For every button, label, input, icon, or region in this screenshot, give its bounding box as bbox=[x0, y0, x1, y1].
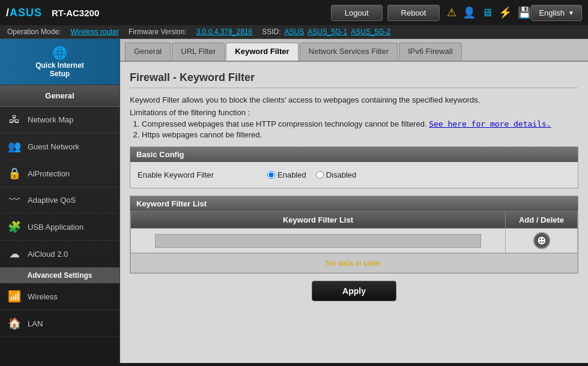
sidebar-item-label: AiProtection bbox=[28, 169, 70, 178]
content-area: General URL Filter Keyword Filter Networ… bbox=[120, 39, 588, 363]
page-title: Firewall - Keyword Filter bbox=[130, 71, 578, 88]
sidebar-item-quick-setup[interactable]: 🌐 Quick InternetSetup bbox=[0, 39, 120, 85]
enable-label: Enable Keyword Filter bbox=[138, 170, 258, 179]
col-keyword-list: Keyword Filter List bbox=[131, 212, 506, 229]
model-name: RT-AC3200 bbox=[52, 8, 99, 18]
adaptive-qos-icon: 〰 bbox=[7, 194, 22, 206]
lan-icon: 🏠 bbox=[7, 317, 22, 330]
firmware-label: Firmware Version: bbox=[129, 28, 187, 36]
ssid3-link[interactable]: ASUS_5G-2 bbox=[351, 28, 390, 36]
keyword-input-cell bbox=[131, 229, 506, 253]
notification-icon[interactable]: ⚠ bbox=[447, 6, 456, 19]
network-map-icon: 🖧 bbox=[7, 113, 22, 126]
language-selector[interactable]: English ▼ bbox=[531, 5, 582, 21]
guest-network-icon: 👥 bbox=[7, 140, 22, 153]
limitations-list: Compressed webpages that use HTTP compre… bbox=[142, 119, 578, 139]
top-icons: ⚠ 👤 🖥 ⚡ 💾 bbox=[447, 6, 531, 19]
ssid-label: SSID: bbox=[262, 28, 280, 36]
description-text: Keyword Filter allows you to block the c… bbox=[130, 95, 578, 104]
apply-section: Apply bbox=[130, 281, 578, 301]
sidebar-item-network-map[interactable]: 🖧 Network Map bbox=[0, 107, 120, 133]
basic-config-header: Basic Config bbox=[130, 147, 578, 162]
enabled-label: Enabled bbox=[277, 170, 306, 179]
basic-config-body: Enable Keyword Filter Enabled Disabled bbox=[130, 162, 578, 188]
sidebar-general-header: General bbox=[0, 85, 120, 107]
aicloud-icon: ☁ bbox=[7, 247, 22, 260]
quick-setup-icon: 🌐 bbox=[52, 46, 67, 60]
sidebar-item-label: Guest Network bbox=[28, 142, 79, 151]
apply-button[interactable]: Apply bbox=[312, 281, 396, 301]
advanced-settings-header: Advanced Settings bbox=[0, 268, 120, 283]
top-bar: /ASUS RT-AC3200 Logout Reboot ⚠ 👤 🖥 ⚡ 💾 … bbox=[0, 0, 588, 25]
disabled-radio-input[interactable] bbox=[316, 171, 324, 179]
keyword-filter-table: Keyword Filter List Add / Delete ⊕ bbox=[130, 211, 578, 253]
operation-mode-label: Operation Mode: bbox=[7, 28, 61, 36]
quick-setup-label: Quick InternetSetup bbox=[35, 61, 84, 78]
enable-keyword-filter-row: Enable Keyword Filter Enabled Disabled bbox=[138, 168, 571, 182]
info-bar: Operation Mode: Wireless router Firmware… bbox=[0, 25, 588, 39]
limitations-header: Limitations of the filtering function : bbox=[130, 108, 578, 117]
tab-url-filter[interactable]: URL Filter bbox=[172, 43, 225, 61]
add-delete-cell: ⊕ bbox=[506, 229, 578, 253]
sidebar: 🌐 Quick InternetSetup General 🖧 Network … bbox=[0, 39, 120, 363]
disabled-radio[interactable]: Disabled bbox=[316, 170, 357, 179]
enabled-radio[interactable]: Enabled bbox=[267, 170, 306, 179]
basic-config-section: Basic Config Enable Keyword Filter Enabl… bbox=[130, 146, 578, 188]
keyword-filter-list-section: Keyword Filter List Keyword Filter List … bbox=[130, 196, 578, 274]
asus-logo: /ASUS bbox=[6, 7, 42, 19]
page-content: Firewall - Keyword Filter Keyword Filter… bbox=[120, 62, 588, 311]
wireless-icon: 📶 bbox=[7, 290, 22, 303]
tab-bar: General URL Filter Keyword Filter Networ… bbox=[120, 39, 588, 62]
tab-network-services-filter[interactable]: Network Services Filter bbox=[300, 43, 398, 61]
limitation-2: Https webpages cannot be filtered. bbox=[142, 130, 578, 139]
reboot-button[interactable]: Reboot bbox=[387, 5, 440, 21]
sidebar-item-label: Network Map bbox=[28, 115, 74, 124]
limitation-1: Compressed webpages that use HTTP compre… bbox=[142, 119, 578, 128]
no-data-message: No data in table. bbox=[130, 253, 578, 273]
sidebar-item-label: USB Application bbox=[28, 223, 83, 232]
main-layout: 🌐 Quick InternetSetup General 🖧 Network … bbox=[0, 39, 588, 363]
ssid1-link[interactable]: ASUS bbox=[285, 28, 305, 36]
operation-mode-value[interactable]: Wireless router bbox=[70, 28, 119, 36]
cloud-icon[interactable]: 💾 bbox=[518, 6, 531, 19]
sidebar-item-label: AiCloud 2.0 bbox=[28, 250, 68, 259]
tab-ipv6-firewall[interactable]: IPv6 Firewall bbox=[399, 43, 461, 61]
keyword-filter-list-header: Keyword Filter List bbox=[130, 196, 578, 211]
sidebar-item-usb-application[interactable]: 🧩 USB Application bbox=[0, 214, 120, 241]
keyword-input[interactable] bbox=[155, 234, 481, 248]
keyword-filter-list-body: Keyword Filter List Add / Delete ⊕ bbox=[130, 211, 578, 273]
usb-application-icon: 🧩 bbox=[7, 220, 22, 233]
usb-icon[interactable]: ⚡ bbox=[499, 6, 512, 19]
sidebar-item-lan[interactable]: 🏠 LAN bbox=[0, 310, 120, 337]
table-input-row: ⊕ bbox=[131, 229, 578, 253]
tab-keyword-filter[interactable]: Keyword Filter bbox=[226, 43, 298, 61]
language-label: English bbox=[539, 8, 565, 17]
table-header-row: Keyword Filter List Add / Delete bbox=[131, 212, 578, 229]
language-arrow: ▼ bbox=[568, 10, 574, 16]
disabled-label: Disabled bbox=[326, 170, 357, 179]
sidebar-item-aicloud[interactable]: ☁ AiCloud 2.0 bbox=[0, 241, 120, 268]
sidebar-item-wireless[interactable]: 📶 Wireless bbox=[0, 283, 120, 310]
sidebar-item-guest-network[interactable]: 👥 Guest Network bbox=[0, 133, 120, 160]
enabled-radio-input[interactable] bbox=[267, 171, 275, 179]
tab-general[interactable]: General bbox=[125, 43, 171, 61]
ssid-section: SSID: ASUS ASUS_5G-1 ASUS_5G-2 bbox=[262, 28, 390, 36]
logout-button[interactable]: Logout bbox=[331, 5, 383, 21]
limitation1-link[interactable]: See here for more details. bbox=[429, 119, 551, 128]
aiprotection-icon: 🔒 bbox=[7, 167, 22, 180]
ssid2-link[interactable]: ASUS_5G-1 bbox=[308, 28, 347, 36]
sidebar-item-adaptive-qos[interactable]: 〰 Adaptive QoS bbox=[0, 187, 120, 214]
sidebar-item-label: Adaptive QoS bbox=[28, 196, 76, 205]
firmware-value[interactable]: 3.0.0.4.378_2816 bbox=[196, 28, 252, 36]
col-add-delete: Add / Delete bbox=[506, 212, 578, 229]
sidebar-item-aiprotection[interactable]: 🔒 AiProtection bbox=[0, 160, 120, 187]
enable-radio-group: Enabled Disabled bbox=[267, 170, 356, 179]
sidebar-item-label: LAN bbox=[28, 319, 43, 328]
add-button[interactable]: ⊕ bbox=[533, 232, 550, 249]
user-icon[interactable]: 👤 bbox=[462, 6, 476, 19]
monitor-icon[interactable]: 🖥 bbox=[482, 7, 493, 19]
sidebar-item-label: Wireless bbox=[28, 292, 58, 301]
